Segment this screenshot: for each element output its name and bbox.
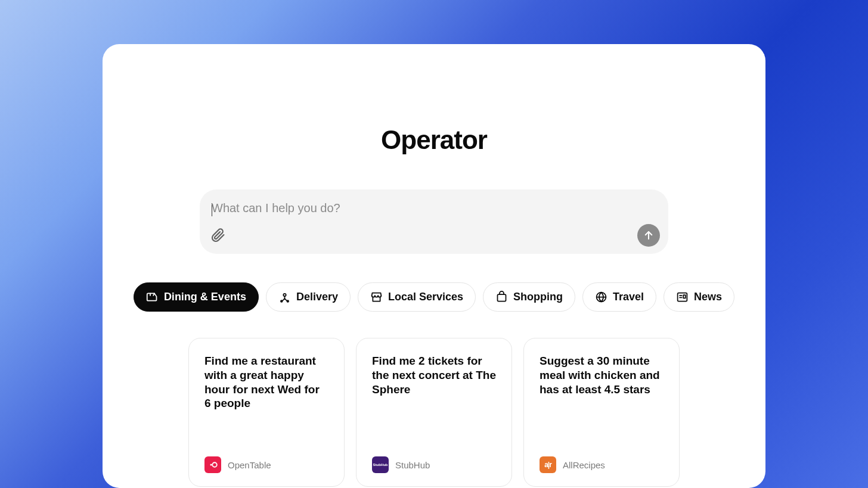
suggestion-card[interactable]: Find me a restaurant with a great happy … <box>188 338 345 487</box>
card-title: Find me 2 tickets for the next concert a… <box>372 354 496 396</box>
attach-button[interactable] <box>209 226 227 244</box>
card-footer: StubHub StubHub <box>372 456 496 473</box>
globe-icon <box>595 291 607 303</box>
store-icon <box>370 291 383 303</box>
send-button[interactable] <box>637 224 660 247</box>
opentable-logo <box>204 456 221 473</box>
svg-rect-4 <box>498 294 506 301</box>
chip-label: Travel <box>613 291 644 303</box>
app-title: Operator <box>381 125 487 155</box>
svg-point-10 <box>210 464 212 466</box>
card-footer: OpenTable <box>204 456 328 473</box>
input-toolbar <box>209 224 660 247</box>
card-footer: a|r AllRecipes <box>540 456 664 473</box>
suggestion-cards: Find me a restaurant with a great happy … <box>188 338 680 487</box>
chip-shopping[interactable]: Shopping <box>483 282 575 312</box>
suggestion-card[interactable]: Find me 2 tickets for the next concert a… <box>356 338 512 487</box>
chip-label: Dining & Events <box>164 291 246 303</box>
prompt-input[interactable] <box>212 201 656 215</box>
stubhub-logo: StubHub <box>372 456 389 473</box>
paperclip-icon <box>211 228 225 243</box>
card-source: OpenTable <box>228 460 271 470</box>
card-title: Suggest a 30 minute meal with chicken an… <box>540 354 664 396</box>
chip-label: Delivery <box>296 291 338 303</box>
chip-label: News <box>694 291 722 303</box>
chip-dining-events[interactable]: Dining & Events <box>134 282 259 312</box>
svg-rect-9 <box>683 295 686 298</box>
bag-icon <box>495 291 508 303</box>
delivery-icon <box>278 291 291 303</box>
arrow-up-icon <box>643 230 654 241</box>
card-title: Find me a restaurant with a great happy … <box>204 354 328 411</box>
card-source: AllRecipes <box>563 460 605 470</box>
card-source: StubHub <box>395 460 430 470</box>
chip-label: Local Services <box>388 291 463 303</box>
prompt-input-box[interactable] <box>200 189 668 254</box>
category-chips: Dining & Events Delivery Local Services … <box>134 282 734 312</box>
news-icon <box>676 291 689 303</box>
ticket-icon <box>146 291 159 303</box>
svg-point-11 <box>212 462 217 467</box>
suggestion-card[interactable]: Suggest a 30 minute meal with chicken an… <box>523 338 680 487</box>
chip-local-services[interactable]: Local Services <box>358 282 476 312</box>
main-panel: Operator Dining & Events <box>103 44 765 488</box>
chip-label: Shopping <box>513 291 563 303</box>
chip-travel[interactable]: Travel <box>582 282 656 312</box>
allrecipes-logo: a|r <box>540 456 556 473</box>
chip-delivery[interactable]: Delivery <box>266 282 351 312</box>
chip-news[interactable]: News <box>664 282 734 312</box>
content-area: Operator Dining & Events <box>103 44 765 488</box>
